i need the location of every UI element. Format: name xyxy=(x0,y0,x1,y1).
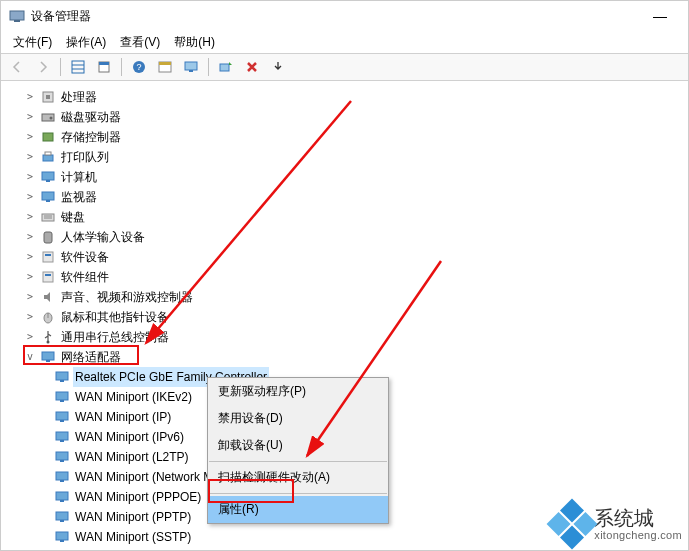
forward-button[interactable] xyxy=(31,56,55,78)
tree-category[interactable]: > 鼠标和其他指针设备 xyxy=(9,307,688,327)
tree-category[interactable]: > 软件设备 xyxy=(9,247,688,267)
cm-separator xyxy=(209,461,387,462)
audio-icon xyxy=(40,289,56,305)
tree-category[interactable]: > 软件组件 xyxy=(9,267,688,287)
tree-label: WAN Miniport (PPPOE) xyxy=(73,487,203,507)
network-icon xyxy=(54,469,70,485)
properties-button[interactable] xyxy=(92,56,116,78)
collapse-icon[interactable]: v xyxy=(23,347,37,367)
svg-rect-21 xyxy=(42,172,54,180)
svg-rect-6 xyxy=(99,62,109,65)
tree-label: 通用串行总线控制器 xyxy=(59,327,171,347)
svg-rect-38 xyxy=(56,372,68,380)
printer-icon xyxy=(40,149,56,165)
tree-label: 软件组件 xyxy=(59,267,111,287)
toolbar-btn-2[interactable] xyxy=(153,56,177,78)
expand-icon[interactable]: > xyxy=(23,327,37,347)
usb-icon xyxy=(40,329,56,345)
software-icon xyxy=(40,269,56,285)
monitor-icon xyxy=(40,169,56,185)
minimize-button[interactable]: — xyxy=(640,8,680,24)
expand-icon[interactable]: > xyxy=(23,247,37,267)
tree-label: WAN Miniport (L2TP) xyxy=(73,447,191,467)
toolbar-btn-3[interactable] xyxy=(179,56,203,78)
keyboard-icon xyxy=(40,209,56,225)
cm-update-driver[interactable]: 更新驱动程序(P) xyxy=(208,378,388,405)
tree-label: 打印队列 xyxy=(59,147,111,167)
tree-label: 处理器 xyxy=(59,87,99,107)
expand-icon[interactable]: > xyxy=(23,167,37,187)
tree-label: 键盘 xyxy=(59,207,87,227)
tree-category[interactable]: > 人体学输入设备 xyxy=(9,227,688,247)
expand-icon[interactable]: > xyxy=(23,227,37,247)
cm-disable-device[interactable]: 禁用设备(D) xyxy=(208,405,388,432)
svg-rect-13 xyxy=(220,64,229,71)
monitor-icon xyxy=(40,189,56,205)
disk-icon xyxy=(40,109,56,125)
svg-rect-45 xyxy=(60,440,64,442)
menu-action[interactable]: 操作(A) xyxy=(60,32,112,53)
tree-label: 计算机 xyxy=(59,167,99,187)
svg-rect-50 xyxy=(56,492,68,500)
disable-button[interactable] xyxy=(266,56,290,78)
mouse-icon xyxy=(40,309,56,325)
tree-label: 声音、视频和游戏控制器 xyxy=(59,287,195,307)
expand-icon[interactable]: > xyxy=(23,267,37,287)
software-icon xyxy=(40,249,56,265)
expand-icon[interactable]: > xyxy=(23,127,37,147)
tree-category-network[interactable]: v 网络适配器 xyxy=(9,347,688,367)
cm-uninstall-device[interactable]: 卸载设备(U) xyxy=(208,432,388,459)
expand-icon[interactable]: > xyxy=(23,147,37,167)
expand-icon[interactable]: > xyxy=(23,207,37,227)
show-hide-tree-button[interactable] xyxy=(66,56,90,78)
tree-category[interactable]: > 存储控制器 xyxy=(9,127,688,147)
expand-icon[interactable]: > xyxy=(23,287,37,307)
expand-icon[interactable]: > xyxy=(23,187,37,207)
svg-rect-36 xyxy=(42,352,54,360)
tree-category[interactable]: > 键盘 xyxy=(9,207,688,227)
menu-help[interactable]: 帮助(H) xyxy=(168,32,221,53)
cm-scan-hardware[interactable]: 扫描检测硬件改动(A) xyxy=(208,464,388,491)
menu-view[interactable]: 查看(V) xyxy=(114,32,166,53)
toolbar-separator xyxy=(208,58,209,76)
svg-rect-41 xyxy=(60,400,64,402)
expand-icon[interactable]: > xyxy=(23,307,37,327)
svg-rect-47 xyxy=(60,460,64,462)
tree-label: 人体学输入设备 xyxy=(59,227,147,247)
cm-separator xyxy=(209,493,387,494)
svg-rect-29 xyxy=(43,252,53,262)
tree-label: 网络适配器 xyxy=(59,347,123,367)
scan-hardware-button[interactable] xyxy=(214,56,238,78)
svg-rect-44 xyxy=(56,432,68,440)
svg-rect-39 xyxy=(60,380,64,382)
storage-icon xyxy=(40,129,56,145)
cm-properties[interactable]: 属性(R) xyxy=(208,496,388,523)
tree-category[interactable]: > 声音、视频和游戏控制器 xyxy=(9,287,688,307)
help-button[interactable]: ? xyxy=(127,56,151,78)
svg-rect-31 xyxy=(43,272,53,282)
tree-category[interactable]: > 处理器 xyxy=(9,87,688,107)
watermark-url: xitongcheng.com xyxy=(594,529,682,541)
toolbar: ? xyxy=(1,53,688,81)
tree-category[interactable]: > 打印队列 xyxy=(9,147,688,167)
expand-icon[interactable]: > xyxy=(23,87,37,107)
expand-icon[interactable]: > xyxy=(23,107,37,127)
tree-category[interactable]: > 磁盘驱动器 xyxy=(9,107,688,127)
cpu-icon xyxy=(40,89,56,105)
svg-rect-11 xyxy=(185,62,197,70)
network-icon xyxy=(40,349,56,365)
svg-rect-12 xyxy=(189,70,193,72)
svg-rect-20 xyxy=(45,152,51,155)
svg-rect-0 xyxy=(10,11,24,20)
network-icon xyxy=(54,529,70,545)
menu-file[interactable]: 文件(F) xyxy=(7,32,58,53)
tree-category[interactable]: > 通用串行总线控制器 xyxy=(9,327,688,347)
tree-category[interactable]: > 监视器 xyxy=(9,187,688,207)
svg-rect-23 xyxy=(42,192,54,200)
uninstall-button[interactable] xyxy=(240,56,264,78)
tree-label: 鼠标和其他指针设备 xyxy=(59,307,171,327)
svg-rect-15 xyxy=(46,95,50,99)
svg-rect-2 xyxy=(72,61,84,73)
tree-category[interactable]: > 计算机 xyxy=(9,167,688,187)
back-button[interactable] xyxy=(5,56,29,78)
